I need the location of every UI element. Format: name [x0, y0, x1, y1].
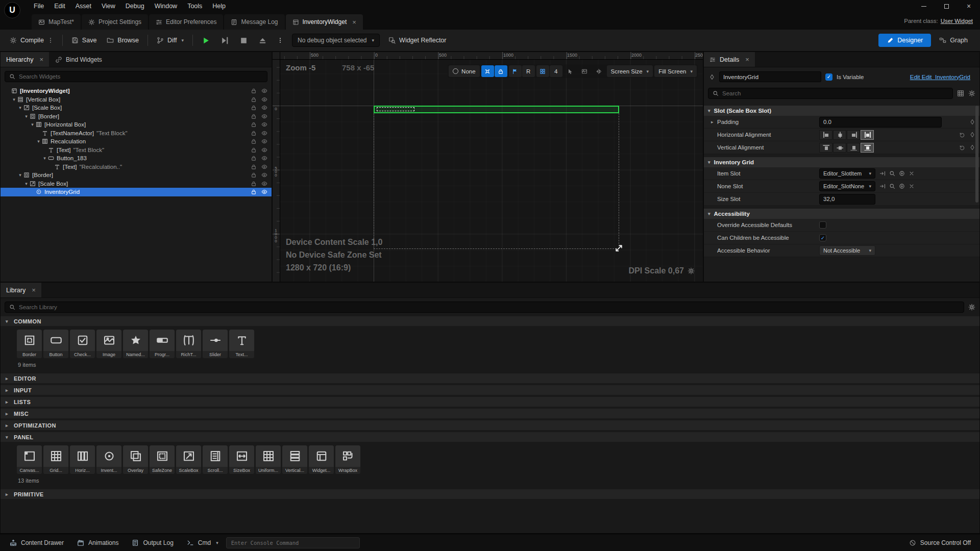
library-item-text[interactable]: Text...: [229, 330, 254, 358]
library-item-slider[interactable]: Slider: [203, 330, 228, 358]
tab-hierarchy[interactable]: Hierarchy ×: [1, 52, 49, 67]
visibility-icon[interactable]: [261, 181, 267, 187]
children-accessible-checkbox[interactable]: ✓: [819, 234, 826, 241]
lock-icon[interactable]: [251, 105, 257, 111]
hierarchy-search[interactable]: [5, 71, 267, 82]
library-item-uniform[interactable]: Uniform...: [256, 445, 281, 474]
bind-property-icon[interactable]: [969, 132, 975, 138]
visibility-icon[interactable]: [261, 88, 267, 94]
library-item-vertical[interactable]: Vertical...: [282, 445, 307, 474]
visibility-icon[interactable]: [261, 147, 267, 153]
visibility-icon[interactable]: [261, 164, 267, 170]
grid-snap-size-button[interactable]: 4: [550, 65, 562, 77]
halign-right-button[interactable]: [847, 130, 860, 140]
library-section-primitive[interactable]: ▸PRIMITIVE: [1, 489, 979, 499]
override-accessible-checkbox[interactable]: [819, 221, 826, 229]
library-item-progr[interactable]: Progr...: [150, 330, 175, 358]
grid-snap-button[interactable]: [536, 65, 549, 77]
hierarchy-item-inventorywidget[interactable]: [InventoryWidget]: [1, 87, 272, 95]
section-slot-scale-box[interactable]: ▾ Slot (Scale Box Slot): [704, 106, 979, 116]
close-icon[interactable]: ×: [745, 56, 749, 63]
browse-to-asset-icon[interactable]: [889, 170, 895, 177]
details-settings-icon[interactable]: [968, 90, 975, 97]
debug-object-dropdown[interactable]: No debug object selected ▾: [292, 34, 380, 47]
library-item-overlay[interactable]: Overlay: [123, 445, 148, 474]
library-item-scroll[interactable]: Scroll...: [203, 445, 228, 474]
asset-tab-message-log[interactable]: Message Log: [224, 14, 284, 30]
library-section-optimization[interactable]: ▸OPTIMIZATION: [1, 420, 979, 430]
property-matrix-icon[interactable]: [957, 90, 964, 97]
expander-arrow-icon[interactable]: ▾: [35, 139, 42, 144]
visibility-icon[interactable]: [261, 113, 267, 119]
hierarchy-item-border[interactable]: ▾[Border]: [1, 171, 272, 180]
screen-size-dropdown[interactable]: Screen Size▾: [607, 65, 653, 77]
item-slot-dropdown[interactable]: Editor_SlotItem ▾: [819, 168, 875, 179]
lock-icon[interactable]: [251, 189, 257, 195]
tab-details[interactable]: Details ×: [704, 52, 755, 67]
library-item-border[interactable]: Border: [17, 330, 42, 358]
pick-asset-icon[interactable]: [899, 183, 905, 189]
library-item-safezone[interactable]: SafeZone: [150, 445, 175, 474]
lock-icon[interactable]: [251, 164, 257, 170]
asset-tab-editor-preferences[interactable]: Editor Preferences: [149, 14, 223, 30]
localization-preview-dropdown[interactable]: None: [449, 65, 480, 77]
lock-icon[interactable]: [251, 181, 257, 187]
output-log-button[interactable]: Output Log: [126, 534, 179, 551]
lock-icon[interactable]: [251, 172, 257, 178]
size-slot-input[interactable]: 32,0: [819, 194, 875, 205]
fill-screen-dropdown[interactable]: Fill Screen▾: [654, 65, 697, 77]
library-item-richt[interactable]: RichT...: [176, 330, 201, 358]
library-item-widget[interactable]: Widget...: [309, 445, 334, 474]
library-section-common[interactable]: ▾COMMON: [1, 316, 979, 326]
tab-library[interactable]: Library ×: [1, 283, 41, 297]
lock-widget-button[interactable]: [495, 65, 507, 77]
hierarchy-item-text[interactable]: [Text]"Text Block": [1, 146, 272, 155]
clear-asset-icon[interactable]: [909, 183, 915, 189]
hierarchy-item-horizontal-box[interactable]: ▾[Horizontal Box]: [1, 120, 272, 129]
anchor-grid-button[interactable]: [481, 65, 494, 77]
library-section-misc[interactable]: ▸MISC: [1, 409, 979, 418]
valign-middle-button[interactable]: [833, 143, 846, 153]
asset-tab-inventorywidget[interactable]: InventoryWidget×: [286, 14, 363, 30]
expander-icon[interactable]: ▸: [711, 119, 717, 124]
hierarchy-search-input[interactable]: [19, 73, 263, 80]
menu-window[interactable]: Window: [150, 0, 182, 12]
clear-asset-icon[interactable]: [909, 170, 915, 177]
localization-flag-button[interactable]: [509, 65, 522, 77]
maximize-button[interactable]: [935, 0, 958, 12]
graph-mode-button[interactable]: Graph: [932, 34, 975, 47]
expander-arrow-icon[interactable]: ▾: [29, 122, 36, 127]
halign-fill-button[interactable]: [861, 130, 874, 140]
save-button[interactable]: Save: [67, 34, 102, 47]
library-search-input[interactable]: [19, 304, 960, 310]
visibility-icon[interactable]: [261, 172, 267, 178]
hierarchy-item-scale-box[interactable]: ▾[Scale Box]: [1, 104, 272, 112]
library-item-canvas[interactable]: Canvas...: [17, 445, 42, 474]
eject-button[interactable]: [254, 33, 272, 48]
lock-icon[interactable]: [251, 138, 257, 144]
expander-arrow-icon[interactable]: ▾: [41, 156, 48, 161]
hierarchy-item-recalculation[interactable]: ▾Recalculation: [1, 137, 272, 146]
lock-icon[interactable]: [251, 121, 257, 128]
library-item-invent[interactable]: Invent...: [96, 445, 121, 474]
library-item-wrapbox[interactable]: WrapBox: [335, 445, 360, 474]
menu-asset[interactable]: Asset: [70, 0, 96, 12]
play-options-icon[interactable]: [273, 34, 288, 46]
halign-center-button[interactable]: [833, 130, 846, 140]
parent-class-link[interactable]: User Widget: [941, 18, 973, 24]
bind-property-icon[interactable]: [969, 119, 975, 125]
hierarchy-item-inventorygrid[interactable]: InventoryGrid: [1, 188, 272, 196]
hierarchy-item-vertical-box[interactable]: ▾[Vertical Box]: [1, 95, 272, 104]
hierarchy-item-text[interactable]: [Text]"Recalculation..": [1, 163, 272, 171]
lock-icon[interactable]: [251, 96, 257, 103]
accessible-behavior-dropdown[interactable]: Not Accessible ▾: [819, 245, 875, 256]
browse-button[interactable]: Browse: [102, 34, 143, 47]
cmd-dropdown[interactable]: Cmd ▾: [181, 534, 224, 551]
play-button[interactable]: [197, 33, 215, 48]
hierarchy-item-button-183[interactable]: ▾Button_183: [1, 154, 272, 163]
expander-arrow-icon[interactable]: ▾: [17, 172, 23, 178]
widget-reflector-button[interactable]: Widget Reflector: [384, 34, 451, 47]
reset-to-default-icon[interactable]: [959, 132, 965, 138]
expander-arrow-icon[interactable]: ▾: [17, 105, 23, 110]
library-item-button[interactable]: Button: [43, 330, 68, 358]
